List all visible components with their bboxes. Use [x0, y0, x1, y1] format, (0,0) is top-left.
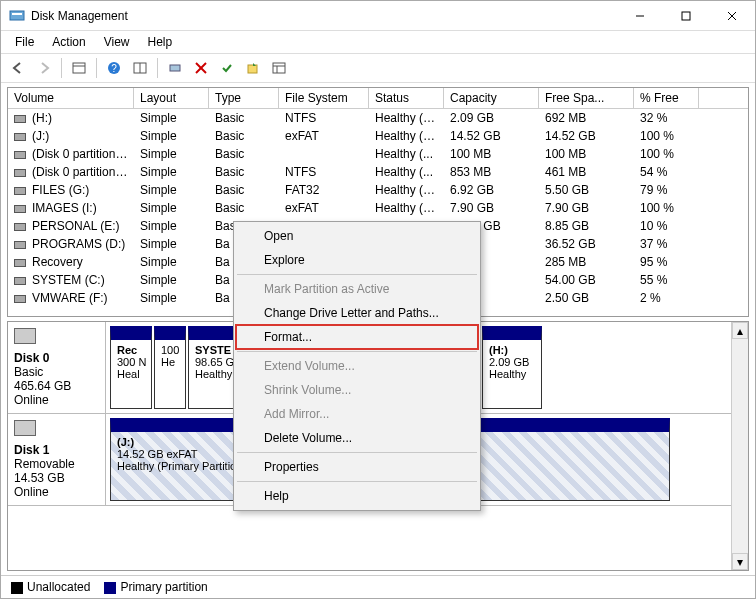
partition[interactable]: Rec300 NHeal — [110, 326, 152, 409]
volume-icon — [14, 205, 26, 213]
context-shrink-volume: Shrink Volume... — [236, 378, 478, 402]
svg-rect-15 — [248, 65, 257, 73]
column-capacity[interactable]: Capacity — [444, 88, 539, 108]
volume-icon — [14, 133, 26, 141]
svg-text:?: ? — [111, 63, 117, 74]
window-buttons — [617, 1, 755, 31]
minimize-button[interactable] — [617, 1, 663, 31]
menu-action[interactable]: Action — [44, 33, 93, 51]
context-menu: Open Explore Mark Partition as Active Ch… — [233, 221, 481, 511]
column-filesystem[interactable]: File System — [279, 88, 369, 108]
column-status[interactable]: Status — [369, 88, 444, 108]
partition[interactable]: (H:)2.09 GBHealthy — [482, 326, 542, 409]
swatch-black-icon — [11, 582, 23, 594]
disk-icon — [14, 328, 36, 344]
volume-icon — [14, 259, 26, 267]
volume-row[interactable]: (H:)SimpleBasicNTFSHealthy (P...2.09 GB6… — [8, 109, 748, 127]
context-mark-active: Mark Partition as Active — [236, 277, 478, 301]
volume-list-header: Volume Layout Type File System Status Ca… — [8, 88, 748, 109]
forward-button[interactable] — [33, 57, 55, 79]
column-free[interactable]: Free Spa... — [539, 88, 634, 108]
context-separator — [237, 274, 477, 275]
svg-rect-12 — [170, 65, 180, 71]
volume-icon — [14, 187, 26, 195]
volume-row[interactable]: (Disk 0 partition 2)SimpleBasicHealthy (… — [8, 145, 748, 163]
volume-row[interactable]: FILES (G:)SimpleBasicFAT32Healthy (P...6… — [8, 181, 748, 199]
toolbar: ? — [1, 54, 755, 83]
legend-primary: Primary partition — [104, 580, 207, 594]
scroll-up-icon[interactable]: ▴ — [732, 322, 748, 339]
menu-help[interactable]: Help — [140, 33, 181, 51]
svg-rect-3 — [682, 12, 690, 20]
close-button[interactable] — [709, 1, 755, 31]
column-layout[interactable]: Layout — [134, 88, 209, 108]
menu-view[interactable]: View — [96, 33, 138, 51]
volume-icon — [14, 241, 26, 249]
properties-button[interactable] — [268, 57, 290, 79]
volume-icon — [14, 151, 26, 159]
context-help[interactable]: Help — [236, 484, 478, 508]
disk-label[interactable]: Disk 1Removable14.53 GBOnline — [8, 414, 106, 505]
window-title: Disk Management — [31, 9, 617, 23]
layout-button[interactable] — [129, 57, 151, 79]
column-pct-free[interactable]: % Free — [634, 88, 699, 108]
svg-rect-1 — [12, 13, 22, 15]
maximize-button[interactable] — [663, 1, 709, 31]
volume-row[interactable]: (J:)SimpleBasicexFATHealthy (P...14.52 G… — [8, 127, 748, 145]
context-separator — [237, 351, 477, 352]
menu-file[interactable]: File — [7, 33, 42, 51]
context-extend-volume: Extend Volume... — [236, 354, 478, 378]
titlebar: Disk Management — [1, 1, 755, 31]
context-properties[interactable]: Properties — [236, 455, 478, 479]
context-add-mirror: Add Mirror... — [236, 402, 478, 426]
context-explore[interactable]: Explore — [236, 248, 478, 272]
app-icon — [9, 8, 25, 24]
legend-unallocated: Unallocated — [11, 580, 90, 594]
volume-row[interactable]: (Disk 0 partition 5)SimpleBasicNTFSHealt… — [8, 163, 748, 181]
delete-button[interactable] — [190, 57, 212, 79]
svg-rect-16 — [273, 63, 285, 73]
disk-label[interactable]: Disk 0Basic465.64 GBOnline — [8, 322, 106, 413]
svg-rect-0 — [10, 11, 24, 20]
volume-icon — [14, 295, 26, 303]
menubar: File Action View Help — [1, 31, 755, 54]
disk-icon — [14, 420, 36, 436]
volume-icon — [14, 169, 26, 177]
settings-button[interactable] — [164, 57, 186, 79]
legend: Unallocated Primary partition — [1, 575, 755, 598]
back-button[interactable] — [7, 57, 29, 79]
swatch-navy-icon — [104, 582, 116, 594]
volume-icon — [14, 223, 26, 231]
help-button[interactable]: ? — [103, 57, 125, 79]
show-hide-console-button[interactable] — [68, 57, 90, 79]
partition[interactable]: 100He — [154, 326, 186, 409]
context-delete-volume[interactable]: Delete Volume... — [236, 426, 478, 450]
volume-icon — [14, 277, 26, 285]
svg-rect-6 — [73, 63, 85, 73]
context-separator — [237, 481, 477, 482]
column-volume[interactable]: Volume — [8, 88, 134, 108]
refresh-button[interactable] — [242, 57, 264, 79]
column-type[interactable]: Type — [209, 88, 279, 108]
volume-row[interactable]: IMAGES (I:)SimpleBasicexFATHealthy (P...… — [8, 199, 748, 217]
vertical-scrollbar[interactable]: ▴ ▾ — [731, 322, 748, 570]
context-open[interactable]: Open — [236, 224, 478, 248]
context-change-drive-letter[interactable]: Change Drive Letter and Paths... — [236, 301, 478, 325]
context-separator — [237, 452, 477, 453]
scroll-down-icon[interactable]: ▾ — [732, 553, 748, 570]
context-format[interactable]: Format... — [236, 325, 478, 349]
volume-icon — [14, 115, 26, 123]
check-button[interactable] — [216, 57, 238, 79]
